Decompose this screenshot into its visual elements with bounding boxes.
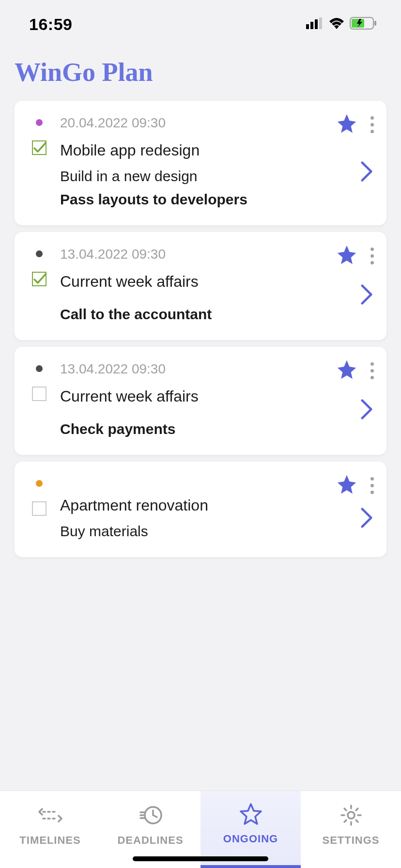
star-icon[interactable]: [336, 244, 358, 268]
more-icon[interactable]: [367, 246, 378, 266]
task-checkbox[interactable]: [32, 272, 46, 286]
task-card[interactable]: Apartment renovation Buy materials: [15, 462, 386, 557]
task-subtask: Build in a new design: [60, 168, 317, 185]
home-indicator: [133, 856, 268, 861]
star-outline-icon: [239, 802, 263, 828]
star-icon[interactable]: [336, 112, 358, 137]
svg-rect-6: [374, 21, 376, 26]
task-list: 20.04.2022 09:30 Mobile app redesign Bui…: [0, 101, 401, 557]
star-icon[interactable]: [336, 473, 358, 497]
battery-icon: [350, 17, 377, 31]
clock-icon: [139, 803, 163, 829]
chevron-right-icon[interactable]: [358, 160, 375, 185]
category-dot: [36, 119, 43, 126]
tab-settings[interactable]: SETTINGS: [301, 791, 401, 868]
task-card[interactable]: 13.04.2022 09:30 Current week affairs Ca…: [15, 232, 386, 340]
category-dot: [36, 480, 43, 487]
more-icon[interactable]: [367, 475, 378, 496]
tab-label: SETTINGS: [322, 834, 379, 847]
tab-label: ONGOING: [223, 833, 278, 845]
status-indicators: [306, 17, 377, 31]
task-date: 13.04.2022 09:30: [60, 247, 317, 262]
star-icon[interactable]: [336, 358, 358, 383]
task-checkbox[interactable]: [32, 387, 46, 401]
page-title: WinGo Plan: [0, 48, 401, 101]
tab-label: TIMELINES: [19, 834, 80, 847]
category-dot: [36, 250, 43, 257]
task-title: Mobile app redesign: [60, 141, 317, 159]
task-date: [60, 476, 317, 492]
svg-rect-2: [315, 19, 318, 29]
svg-rect-0: [306, 24, 309, 29]
task-title: Apartment renovation: [60, 496, 317, 514]
task-checkbox[interactable]: [32, 140, 46, 155]
category-dot: [36, 365, 43, 372]
task-card[interactable]: 20.04.2022 09:30 Mobile app redesign Bui…: [15, 101, 386, 225]
gear-icon: [339, 803, 363, 829]
task-title: Current week affairs: [60, 273, 317, 291]
timelines-icon: [38, 803, 62, 829]
task-date: 13.04.2022 09:30: [60, 361, 317, 377]
chevron-right-icon[interactable]: [358, 507, 375, 531]
more-icon[interactable]: [367, 360, 378, 381]
tab-label: DEADLINES: [117, 834, 183, 847]
chevron-right-icon[interactable]: [358, 398, 375, 422]
task-subtask: Call to the accountant: [60, 306, 317, 323]
task-subtask: Pass layouts to developers: [60, 191, 317, 208]
svg-point-8: [348, 812, 355, 819]
task-subtask: Buy materials: [60, 523, 317, 540]
task-card[interactable]: 13.04.2022 09:30 Current week affairs Ch…: [15, 347, 386, 455]
chevron-right-icon[interactable]: [358, 283, 375, 308]
task-date: 20.04.2022 09:30: [60, 115, 317, 131]
wifi-icon: [328, 17, 345, 31]
cellular-icon: [306, 17, 324, 31]
status-time: 16:59: [29, 15, 72, 34]
status-bar: 16:59: [0, 0, 401, 48]
tab-timelines[interactable]: TIMELINES: [0, 791, 100, 868]
task-checkbox[interactable]: [32, 501, 46, 516]
task-title: Current week affairs: [60, 388, 317, 405]
more-icon[interactable]: [367, 114, 378, 135]
task-subtask: Check payments: [60, 421, 317, 437]
svg-rect-3: [319, 17, 322, 29]
svg-rect-1: [310, 22, 313, 29]
